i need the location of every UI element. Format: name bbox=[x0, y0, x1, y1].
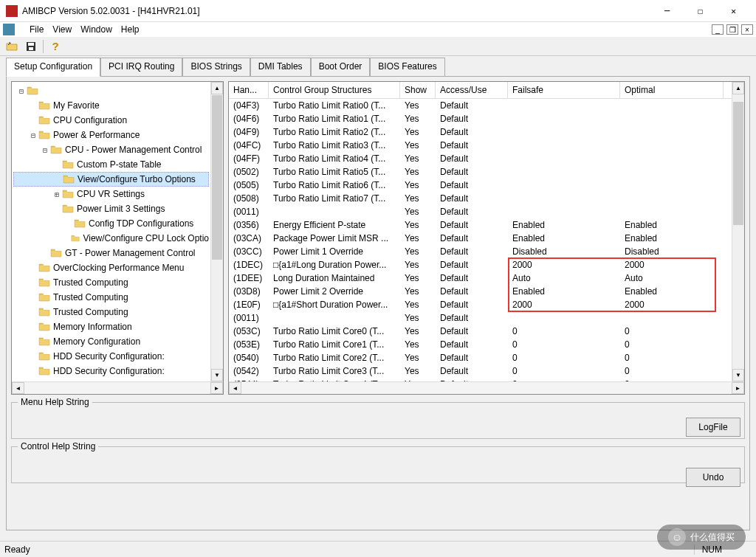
tab-pci-irq-routing[interactable]: PCI IRQ Routing bbox=[100, 58, 182, 77]
cell: Default bbox=[436, 300, 508, 310]
tree-view[interactable]: ⊟My FavoriteCPU Configuration⊟Power & Pe… bbox=[12, 82, 210, 381]
folder-icon bbox=[74, 218, 86, 229]
table-row[interactable]: (03D8)Power Limit 2 OverrideYesDefaultEn… bbox=[229, 285, 732, 298]
tree-toggle-icon[interactable]: ⊟ bbox=[40, 146, 50, 154]
col-optimal[interactable]: Optimal bbox=[620, 82, 724, 98]
tree-item[interactable]: CPU Configuration bbox=[13, 113, 209, 128]
tree-item[interactable]: Memory Information bbox=[13, 319, 209, 334]
table-row[interactable]: (053E)Turbo Ratio Limit Core1 (T...YesDe… bbox=[229, 338, 732, 351]
undo-button[interactable]: Undo bbox=[686, 468, 740, 487]
table-header[interactable]: Han... Control Group Structures Show Acc… bbox=[229, 82, 732, 99]
menu-view[interactable]: View bbox=[52, 24, 72, 35]
mdi-close-button[interactable]: × bbox=[741, 24, 753, 35]
close-button[interactable]: ✕ bbox=[717, 1, 750, 21]
cell: Turbo Ratio Limit Ratio4 (T... bbox=[269, 153, 400, 164]
menu-file[interactable]: File bbox=[30, 24, 44, 35]
tab-dmi-tables[interactable]: DMI Tables bbox=[250, 58, 311, 77]
cell: □{a1#Short Duration Power... bbox=[269, 300, 400, 310]
tree-item[interactable]: Trusted Computing bbox=[13, 290, 209, 305]
table-row[interactable]: (04F3)Turbo Ratio Limit Ratio0 (T...YesD… bbox=[229, 99, 732, 112]
tree-item[interactable]: GT - Power Management Control bbox=[13, 246, 209, 260]
maximize-button[interactable]: ☐ bbox=[684, 1, 717, 21]
table-row[interactable]: (0356)Energy Efficient P-stateYesDefault… bbox=[229, 218, 732, 232]
cell: (03CA) bbox=[229, 233, 269, 243]
col-access[interactable]: Access/Use bbox=[436, 82, 508, 98]
cell: Turbo Ratio Limit Core4 (T... bbox=[269, 379, 400, 381]
cell: Yes bbox=[400, 167, 436, 177]
minimize-button[interactable]: ─ bbox=[650, 1, 684, 21]
table-row[interactable]: (03CC)Power Limit 1 OverrideYesDefaultDi… bbox=[229, 245, 732, 258]
table-body[interactable]: (04F3)Turbo Ratio Limit Ratio0 (T...YesD… bbox=[229, 99, 732, 381]
tree-toggle-icon[interactable]: ⊞ bbox=[52, 190, 62, 198]
tree-item[interactable]: Memory Configuration bbox=[13, 334, 209, 349]
tree-item[interactable]: Trusted Computing bbox=[13, 275, 209, 290]
tree-item[interactable]: HDD Security Configuration: bbox=[13, 349, 209, 364]
open-button[interactable] bbox=[4, 39, 19, 54]
mdi-restore-button[interactable]: ❐ bbox=[726, 24, 738, 35]
tree-vscroll[interactable]: ▲ ▼ bbox=[210, 82, 223, 381]
status-ready: Ready bbox=[4, 544, 30, 555]
cell: (0502) bbox=[229, 167, 269, 177]
tree-item[interactable]: OverClocking Performance Menu bbox=[13, 260, 209, 275]
cell: Default bbox=[436, 246, 508, 257]
table-row[interactable]: (03CA)Package Power Limit MSR ...YesDefa… bbox=[229, 232, 732, 245]
tree-item[interactable]: Custom P-state Table bbox=[13, 157, 209, 172]
tree-hscroll[interactable]: ◄► bbox=[12, 381, 223, 394]
menu-window[interactable]: Window bbox=[80, 24, 112, 35]
tree-item[interactable]: Trusted Computing bbox=[13, 305, 209, 319]
cell: Turbo Ratio Limit Ratio7 (T... bbox=[269, 193, 400, 204]
table-hscroll[interactable]: ◄► bbox=[229, 381, 744, 394]
table-vscroll[interactable]: ▲ ▼ bbox=[732, 82, 744, 381]
cell: Yes bbox=[400, 193, 436, 204]
tree-item[interactable]: Power Limit 3 Settings bbox=[13, 201, 209, 216]
tree-item[interactable]: ⊞CPU VR Settings bbox=[13, 187, 209, 201]
table-row[interactable]: (0542)Turbo Ratio Limit Core3 (T...YesDe… bbox=[229, 364, 732, 378]
col-handle[interactable]: Han... bbox=[229, 82, 269, 98]
cell: Auto bbox=[508, 273, 620, 283]
table-row[interactable]: (1DEC)□{a1#Long Duration Power...YesDefa… bbox=[229, 258, 732, 271]
col-show[interactable]: Show bbox=[400, 82, 436, 98]
tree-item[interactable]: HDD Security Configuration: bbox=[13, 364, 209, 378]
table-row[interactable]: (0540)Turbo Ratio Limit Core2 (T...YesDe… bbox=[229, 351, 732, 364]
tree-item[interactable]: View/Configure Turbo Options bbox=[13, 172, 209, 187]
help-button[interactable]: ? bbox=[48, 39, 63, 54]
table-row[interactable]: (053C)Turbo Ratio Limit Core0 (T...YesDe… bbox=[229, 325, 732, 338]
tree-item[interactable]: Config TDP Configurations bbox=[13, 216, 209, 231]
save-button[interactable] bbox=[24, 39, 38, 54]
menu-help[interactable]: Help bbox=[121, 24, 140, 35]
table-row[interactable]: (1DEE)Long Duration MaintainedYesDefault… bbox=[229, 271, 732, 285]
cell: Yes bbox=[400, 114, 436, 124]
table-row[interactable]: (0544)Turbo Ratio Limit Core4 (T...YesDe… bbox=[229, 378, 732, 381]
tree-toggle-icon[interactable]: ⊟ bbox=[16, 87, 27, 95]
tree-toggle-icon[interactable]: ⊟ bbox=[28, 131, 38, 139]
table-row[interactable]: (04F9)Turbo Ratio Limit Ratio2 (T...YesD… bbox=[229, 125, 732, 139]
logfile-button[interactable]: LogFile bbox=[686, 418, 740, 437]
table-row[interactable]: (04FC)Turbo Ratio Limit Ratio3 (T...YesD… bbox=[229, 139, 732, 152]
table-row[interactable]: (0505)Turbo Ratio Limit Ratio6 (T...YesD… bbox=[229, 179, 732, 192]
tree-label: Trusted Computing bbox=[53, 277, 128, 288]
tree-item[interactable]: My Favorite bbox=[13, 98, 209, 113]
tree-item[interactable]: ⊟ bbox=[13, 83, 209, 98]
table-row[interactable]: (04FF)Turbo Ratio Limit Ratio4 (T...YesD… bbox=[229, 152, 732, 165]
table-row[interactable]: (0011)YesDefault bbox=[229, 205, 732, 218]
tab-bios-strings[interactable]: BIOS Strings bbox=[182, 58, 250, 77]
col-failsafe[interactable]: Failsafe bbox=[508, 82, 620, 98]
table-row[interactable]: (0508)Turbo Ratio Limit Ratio7 (T...YesD… bbox=[229, 192, 732, 205]
tab-bios-features[interactable]: BIOS Features bbox=[370, 58, 444, 77]
cell: Default bbox=[436, 233, 508, 243]
col-control-group[interactable]: Control Group Structures bbox=[269, 82, 400, 98]
tab-setup-configuration[interactable]: Setup Configuration bbox=[6, 58, 100, 77]
tree-item[interactable]: View/Configure CPU Lock Optio bbox=[13, 231, 209, 246]
table-row[interactable]: (04F6)Turbo Ratio Limit Ratio1 (T...YesD… bbox=[229, 112, 732, 125]
cell: 0 bbox=[620, 379, 724, 381]
watermark: ☺ 什么值得买 bbox=[657, 525, 746, 550]
mdi-minimize-button[interactable]: _ bbox=[712, 24, 724, 35]
table-row[interactable]: (0011)YesDefault bbox=[229, 311, 732, 325]
table-row[interactable]: (0502)Turbo Ratio Limit Ratio5 (T...YesD… bbox=[229, 165, 732, 179]
tree-item[interactable]: ⊟Power & Performance bbox=[13, 128, 209, 142]
status-bar: Ready NUM bbox=[0, 541, 756, 557]
tree-item[interactable]: ⊟CPU - Power Management Control bbox=[13, 142, 209, 157]
folder-icon bbox=[38, 336, 50, 347]
table-row[interactable]: (1E0F)□{a1#Short Duration Power...YesDef… bbox=[229, 298, 732, 311]
tab-boot-order[interactable]: Boot Order bbox=[311, 58, 371, 77]
